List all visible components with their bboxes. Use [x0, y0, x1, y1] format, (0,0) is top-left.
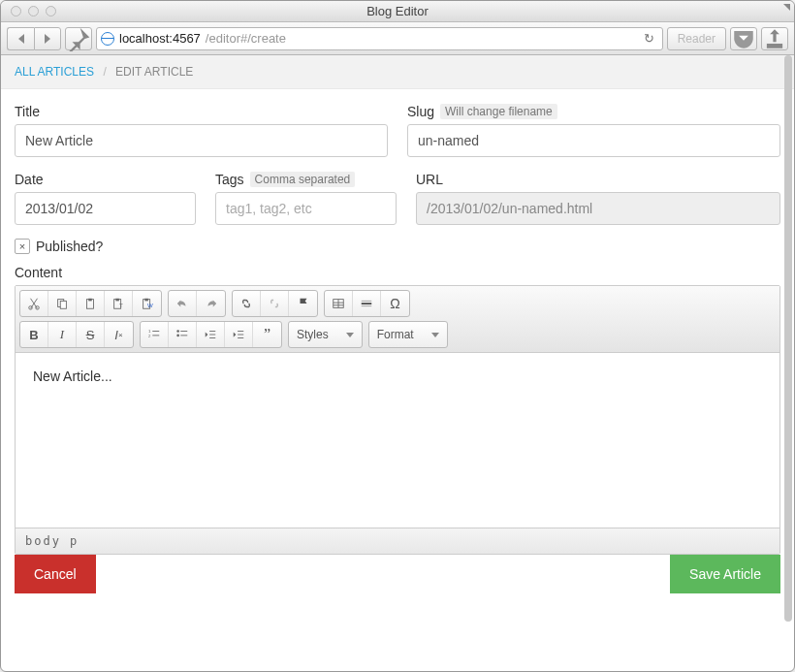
paste-button[interactable]: [77, 291, 105, 316]
bookmarks-button[interactable]: [65, 27, 92, 50]
svg-text:2: 2: [148, 334, 151, 338]
paste-word-icon: W: [141, 297, 154, 310]
cancel-button[interactable]: Cancel: [15, 555, 96, 593]
date-label: Date: [15, 172, 44, 187]
pin-icon: [66, 26, 91, 51]
quote-icon: ”: [264, 326, 270, 343]
flag-icon: [297, 297, 310, 310]
date-input[interactable]: [15, 192, 196, 225]
redo-button[interactable]: [197, 291, 225, 316]
paste-icon: [83, 297, 97, 310]
breadcrumb-all-articles[interactable]: ALL ARTICLES: [15, 65, 94, 79]
cut-button[interactable]: [20, 291, 48, 316]
omega-icon: Ω: [390, 296, 399, 311]
numlist-button[interactable]: 12: [141, 322, 169, 347]
svg-rect-10: [144, 299, 148, 302]
url-label: URL: [416, 172, 443, 187]
anchor-button[interactable]: [289, 291, 317, 316]
table-icon: [332, 297, 345, 310]
browser-toolbar: localhost:4567/editor#/create ↻ Reader: [1, 22, 794, 55]
svg-rect-3: [60, 301, 66, 308]
editor-elements-path[interactable]: body p: [16, 528, 779, 554]
pocket-icon: [731, 26, 756, 51]
breadcrumb-current: EDIT ARTICLE: [115, 65, 193, 79]
link-button[interactable]: [233, 291, 261, 316]
window-titlebar: Blog Editor: [1, 1, 794, 22]
paste-word-button[interactable]: W: [133, 291, 161, 316]
bulletlist-icon: [175, 328, 189, 341]
svg-point-24: [176, 335, 179, 337]
svg-text:T: T: [119, 302, 123, 308]
format-select[interactable]: Format: [368, 321, 448, 348]
cut-icon: [27, 297, 41, 310]
globe-icon: [101, 32, 114, 46]
tags-hint: Comma separated: [250, 172, 356, 187]
hr-icon: [360, 297, 373, 310]
svg-rect-5: [88, 299, 92, 302]
removeformat-button[interactable]: I×: [105, 322, 133, 347]
url-path: /editor#/create: [206, 31, 286, 46]
title-label: Title: [15, 104, 40, 119]
save-button[interactable]: Save Article: [670, 555, 780, 593]
chevron-down-icon: [431, 333, 439, 337]
window-minimize-icon[interactable]: [28, 6, 39, 16]
content-label: Content: [15, 265, 62, 280]
breadcrumb-separator: /: [103, 65, 106, 79]
styles-select[interactable]: Styles: [288, 321, 363, 348]
published-checkbox[interactable]: ×: [15, 239, 30, 254]
undo-icon: [175, 297, 189, 310]
svg-rect-7: [115, 299, 119, 302]
share-button[interactable]: [761, 27, 788, 50]
url-bar[interactable]: localhost:4567/editor#/create ↻: [96, 27, 663, 50]
tags-input[interactable]: [215, 192, 397, 225]
blockquote-button[interactable]: ”: [253, 322, 281, 347]
url-readonly: /2013/01/02/un-named.html: [416, 192, 780, 225]
reader-button[interactable]: Reader: [667, 27, 726, 50]
scrollbar[interactable]: [784, 55, 792, 671]
svg-point-1: [36, 306, 40, 310]
svg-text:W: W: [147, 302, 153, 308]
title-input[interactable]: [15, 124, 388, 157]
bold-button[interactable]: B: [20, 322, 48, 347]
paste-text-button[interactable]: T: [105, 291, 133, 316]
specialchar-button[interactable]: Ω: [381, 291, 409, 316]
outdent-button[interactable]: [197, 322, 225, 347]
hr-button[interactable]: [353, 291, 381, 316]
chevron-down-icon: [346, 333, 354, 337]
unlink-button[interactable]: [261, 291, 289, 316]
upload-icon: [762, 26, 787, 51]
readlater-button[interactable]: [730, 27, 757, 50]
indent-button[interactable]: [225, 322, 253, 347]
slug-input[interactable]: [407, 124, 780, 157]
bulletlist-button[interactable]: [169, 322, 197, 347]
slug-label: Slug: [407, 104, 434, 119]
window-zoom-icon[interactable]: [46, 6, 56, 16]
redo-icon: [205, 297, 218, 310]
copy-button[interactable]: [48, 291, 77, 316]
reload-icon[interactable]: ↻: [640, 31, 658, 46]
tags-label: Tags: [215, 172, 244, 187]
breadcrumb: ALL ARTICLES / EDIT ARTICLE: [1, 55, 794, 89]
svg-point-23: [176, 330, 179, 333]
slug-hint: Will change filename: [440, 104, 557, 119]
paste-text-icon: T: [111, 297, 125, 310]
window-fullscreen-icon[interactable]: [777, 4, 790, 17]
strike-button[interactable]: S: [77, 322, 105, 347]
copy-icon: [55, 297, 69, 310]
unlink-icon: [268, 297, 281, 310]
url-host: localhost:4567: [119, 31, 201, 46]
undo-button[interactable]: [169, 291, 197, 316]
published-label: Published?: [36, 239, 103, 254]
editor-body[interactable]: New Article...: [16, 353, 779, 528]
link-icon: [239, 297, 253, 310]
svg-point-0: [29, 306, 33, 310]
italic-button[interactable]: I: [48, 322, 77, 347]
table-button[interactable]: [325, 291, 353, 316]
nav-back-button[interactable]: [7, 27, 34, 50]
numlist-icon: 12: [147, 328, 161, 341]
indent-icon: [232, 328, 245, 341]
window-close-icon[interactable]: [11, 6, 21, 16]
nav-forward-button[interactable]: [34, 27, 61, 50]
window-title: Blog Editor: [1, 4, 794, 18]
outdent-icon: [204, 328, 217, 341]
